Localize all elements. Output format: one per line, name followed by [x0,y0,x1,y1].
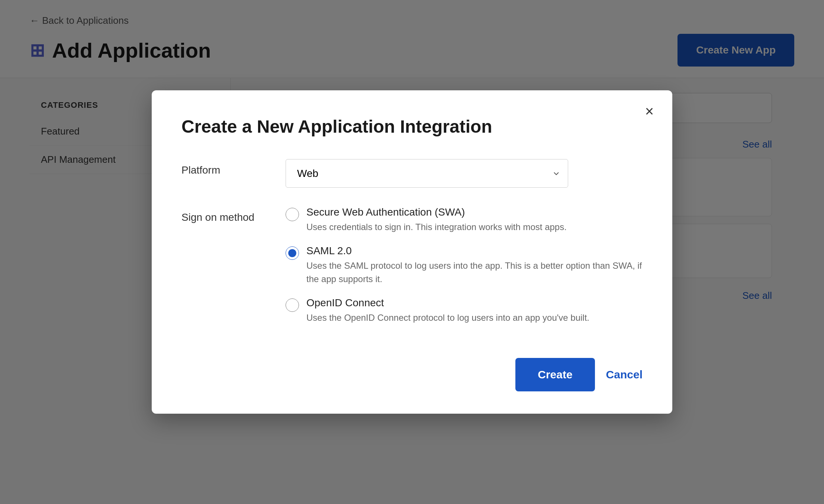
sign-on-label: Sign on method [181,206,271,223]
radio-oidc-label: OpenID Connect [306,297,589,309]
radio-saml-desc: Uses the SAML protocol to log users into… [306,259,643,286]
radio-option-swa: Secure Web Authentication (SWA) Uses cre… [286,206,643,234]
modal-footer: Create Cancel [181,347,643,391]
platform-select[interactable]: Web Mobile Desktop [286,159,568,188]
modal-overlay: × Create a New Application Integration P… [0,0,824,504]
radio-oidc-desc: Uses the OpenID Connect protocol to log … [306,311,589,324]
modal: × Create a New Application Integration P… [152,90,672,414]
platform-label: Platform [181,159,271,176]
cancel-button[interactable]: Cancel [606,368,643,381]
sign-on-row: Sign on method Secure Web Authentication… [181,206,643,324]
modal-title: Create a New Application Integration [181,116,643,137]
create-button[interactable]: Create [515,358,595,391]
radio-swa-desc: Uses credentials to sign in. This integr… [306,220,567,234]
radio-option-saml: SAML 2.0 Uses the SAML protocol to log u… [286,245,643,286]
modal-close-button[interactable]: × [645,104,654,119]
sign-on-options: Secure Web Authentication (SWA) Uses cre… [286,206,643,324]
radio-swa-label: Secure Web Authentication (SWA) [306,206,567,218]
radio-swa[interactable] [286,208,299,221]
radio-saml-label: SAML 2.0 [306,245,643,257]
platform-field: Web Mobile Desktop [286,159,643,188]
radio-saml[interactable] [286,246,299,260]
radio-oidc[interactable] [286,298,299,312]
radio-option-oidc: OpenID Connect Uses the OpenID Connect p… [286,297,643,324]
platform-row: Platform Web Mobile Desktop [181,159,643,188]
